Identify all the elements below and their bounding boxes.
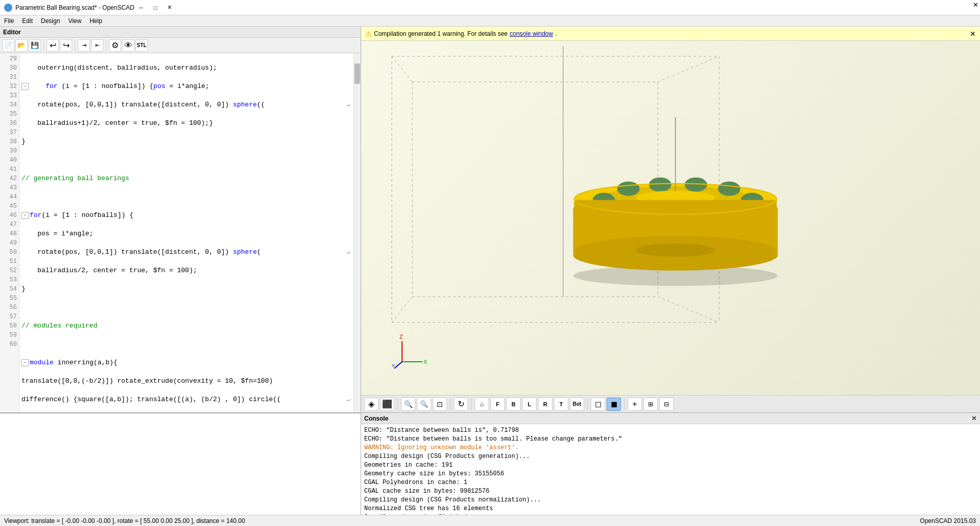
fold-30[interactable]: - (21, 83, 29, 90)
viewer-close-button[interactable]: ✕ (970, 30, 976, 38)
ln-43: 43 (0, 183, 19, 192)
ln-60: 60 (0, 340, 19, 349)
svg-line-51 (394, 362, 402, 368)
code-line-29: outerring(distcent, ballradius, outerrad… (21, 63, 351, 73)
svg-line-2 (392, 56, 412, 82)
top-view-button[interactable]: ⬛ (380, 398, 394, 411)
sep1 (43, 40, 44, 51)
warning-bar: ⚠ Compilation generated 1 warning. For d… (361, 27, 980, 41)
fold-37[interactable]: - (21, 212, 29, 219)
menu-view[interactable]: View (64, 16, 85, 26)
editor-toolbar: 📄 📂 💾 ↩ ↪ ⇥ ⇤ ⚙ 👁 STL (0, 38, 361, 53)
ln-35: 35 (0, 109, 19, 119)
ln-44: 44 (0, 192, 19, 202)
ln-39: 39 (0, 146, 19, 156)
zoom-fit-button[interactable]: ⊡ (433, 398, 447, 411)
ortho-toggle-button[interactable]: ⊞ (643, 398, 658, 411)
close-button[interactable]: ✕ (163, 3, 176, 13)
maximize-button[interactable]: □ (149, 3, 162, 13)
new-file-button[interactable]: 📄 (2, 39, 14, 52)
svg-point-35 (649, 178, 672, 192)
save-file-button[interactable]: 💾 (29, 39, 41, 52)
view-home-button[interactable]: ⌂ (475, 398, 489, 411)
main-layout: Editor ✕ 📄 📂 💾 ↩ ↪ ⇥ ⇤ ⚙ 👁 STL (0, 27, 980, 526)
editor-scrollbar[interactable] (353, 53, 361, 412)
console-viewer-area: Console ✕ ECHO: "Distance between balls … (361, 413, 980, 515)
console-line-8: CGAL cache size in bytes: 99812576 (364, 487, 977, 496)
console-line-2: ECHO: "Distance between balls is too sma… (364, 435, 977, 444)
redo-button[interactable]: ↪ (60, 39, 72, 52)
render-button[interactable]: ⚙ (109, 39, 121, 52)
console-line-7: CGAL Polyhedrons in cache: 1 (364, 478, 977, 487)
cross-section-button[interactable]: + (628, 398, 642, 411)
ln-31: 31 (0, 73, 19, 82)
view-top-button[interactable]: T (554, 398, 568, 411)
open-file-button[interactable]: 📂 (15, 39, 28, 52)
view-left-button[interactable]: L (522, 398, 537, 411)
fold-45[interactable]: - (21, 359, 29, 366)
ln-34: 34 (0, 100, 19, 109)
rotate-button[interactable]: ↻ (454, 398, 468, 411)
editor-label: Editor (3, 29, 21, 36)
vsep4 (587, 399, 588, 410)
line-numbers: 29 30 31 32 33 34 35 36 37 38 39 40 41 4… (0, 53, 19, 412)
vsep1 (397, 399, 398, 410)
view-bottom-button[interactable]: Bot (570, 398, 584, 411)
ln-50: 50 (0, 248, 19, 257)
menu-help[interactable]: Help (85, 16, 106, 26)
ln-58: 58 (0, 321, 19, 331)
svg-text:Y: Y (392, 363, 395, 368)
ln-30: 30 (0, 63, 19, 73)
ln-41: 41 (0, 165, 19, 174)
code-line-31: rotate(pos, [0,0,1]) translate([distcent… (21, 100, 351, 109)
view-right-button[interactable]: R (538, 398, 552, 411)
ln-42: 42 (0, 174, 19, 183)
console-close-button[interactable]: ✕ (971, 414, 977, 422)
code-line-46: translate([0,0,(-b/2)]) rotate_extrude(c… (21, 377, 351, 386)
editor-header: Editor ✕ (0, 27, 361, 38)
scrollbar-thumb[interactable] (354, 63, 360, 84)
menu-edit[interactable]: Edit (18, 16, 37, 26)
console-content[interactable]: ECHO: "Distance between balls is", 0.717… (361, 424, 980, 515)
perspective-view-button[interactable]: ◈ (364, 398, 378, 411)
code-line-36 (21, 192, 351, 202)
sep2 (75, 40, 75, 51)
menu-design[interactable]: Design (37, 16, 64, 26)
window-controls: ─ □ ✕ (135, 3, 176, 13)
viewer-panel: ⚠ Compilation generated 1 warning. For d… (361, 27, 980, 412)
svg-line-1 (658, 56, 719, 82)
zoom-out-button[interactable]: 🔍 (417, 398, 431, 411)
console-line-5: Geometries in cache: 191 (364, 461, 977, 470)
view-front-button[interactable]: F (491, 398, 505, 411)
ln-29: 29 (0, 54, 19, 63)
code-line-47: difference() {square([a,b]); translate([… (21, 395, 351, 404)
minimize-button[interactable]: ─ (135, 3, 148, 13)
solid-button[interactable]: ◼ (607, 398, 621, 411)
code-editor[interactable]: outerring(distcent, ballradius, outerrad… (19, 53, 353, 412)
menu-file[interactable]: File (0, 16, 18, 26)
undo-button[interactable]: ↩ (47, 39, 59, 52)
view-back-button[interactable]: B (506, 398, 521, 411)
code-line-32: ballradius+1)/2, center = true, $fn = 10… (21, 119, 351, 128)
ln-52: 52 (0, 266, 19, 275)
console-header: Console ✕ (361, 413, 980, 424)
ln-40: 40 (0, 156, 19, 165)
zoom-in-button[interactable]: 🔍 (401, 398, 415, 411)
preview-button[interactable]: 👁 (122, 39, 135, 52)
grid-toggle-button[interactable]: ⊟ (659, 398, 674, 411)
svg-point-33 (718, 182, 741, 196)
console-window-link[interactable]: console window (509, 30, 553, 37)
code-area: 29 30 31 32 33 34 35 36 37 38 39 40 41 4… (0, 53, 361, 412)
ln-54: 54 (0, 284, 19, 294)
ln-47: 47 (0, 220, 19, 229)
ln-51: 51 (0, 257, 19, 266)
viewer-canvas[interactable]: Z X Y (361, 41, 980, 395)
indent-button[interactable]: ⇥ (78, 39, 90, 52)
warning-icon: ⚠ (365, 30, 372, 38)
export-stl-button[interactable]: STL (136, 39, 148, 52)
wireframe-button[interactable]: ◻ (591, 398, 605, 411)
viewer-toolbar: ◈ ⬛ 🔍 🔍 ⊡ ↻ ⌂ F B L R T Bot ◻ ◼ + (361, 395, 980, 412)
ln-55: 55 (0, 294, 19, 303)
unindent-button[interactable]: ⇤ (91, 39, 103, 52)
vsep3 (471, 399, 472, 410)
